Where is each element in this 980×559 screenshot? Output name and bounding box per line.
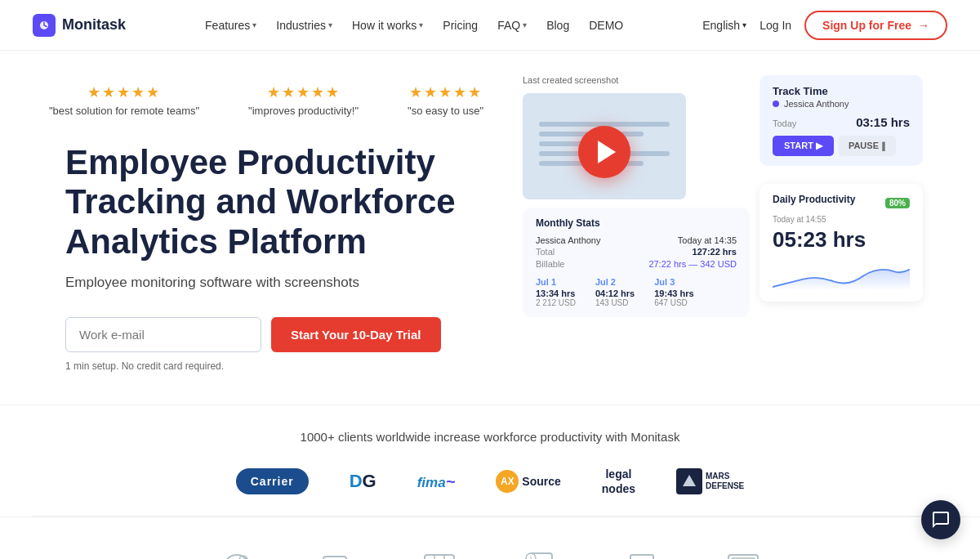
- nav-features[interactable]: Features ▾: [205, 19, 256, 32]
- svg-marker-1: [683, 475, 696, 486]
- screenshot-area: [523, 93, 686, 199]
- layers-icon: [624, 550, 660, 559]
- clients-section: 1000+ clients worldwide increase workfor…: [0, 405, 980, 516]
- date-col-3: Jul 3 19:43 hrs 647 USD: [654, 277, 693, 307]
- billable-stat: Billable 27:22 hrs — 342 USD: [536, 259, 737, 269]
- nav-blog[interactable]: Blog: [546, 19, 569, 32]
- feature-grid: [421, 550, 457, 559]
- document-icon: [523, 550, 559, 559]
- fima-logo: fima~: [417, 472, 456, 491]
- productivity-chart: [773, 259, 910, 292]
- hero-note: 1 min setup. No credit card required.: [65, 360, 523, 372]
- hero-left: ★★★★★ "best solution for remote teams" ★…: [65, 83, 523, 372]
- feature-clock: [219, 550, 255, 559]
- email-input[interactable]: [65, 317, 261, 352]
- legalnodes-logo: legal nodes: [602, 467, 635, 496]
- track-buttons: START ▶ PAUSE ‖: [773, 136, 910, 156]
- pause-button[interactable]: PAUSE ‖: [839, 136, 896, 156]
- date-columns: Jul 1 13:34 hrs 2 212 USD Jul 2 04:12 hr…: [536, 277, 737, 307]
- feature-photo-search: [320, 550, 356, 559]
- track-time-panel: Track Time Jessica Anthony Today 03:15 h…: [760, 75, 923, 166]
- clients-logos: Carrier DG fima~ AX Source legal nodes M…: [33, 467, 947, 496]
- desktop-icon: [725, 550, 761, 559]
- cta-button[interactable]: Start Your 10-Day Trial: [271, 317, 441, 352]
- date-col-2: Jul 2 04:12 hrs 143 USD: [595, 277, 635, 307]
- start-button[interactable]: START ▶: [773, 136, 834, 156]
- nav-actions: English ▾ Log In Sign Up for Free →: [702, 11, 947, 40]
- jessica-label: Jessica Anthony: [536, 235, 601, 245]
- screenshot-label: Last created screenshot: [523, 75, 750, 85]
- clock-icon: [219, 550, 255, 559]
- login-link[interactable]: Log In: [760, 19, 791, 32]
- today-time: Today at 14:35: [678, 235, 737, 245]
- prod-user-time: Today at 14:55: [773, 215, 910, 224]
- reviews-row: ★★★★★ "best solution for remote teams" ★…: [49, 83, 523, 117]
- nav-how-it-works[interactable]: How it works ▾: [352, 19, 423, 32]
- hero-section: ★★★★★ "best solution for remote teams" ★…: [0, 51, 980, 396]
- nav-demo[interactable]: DEMO: [589, 19, 623, 32]
- total-stat: Total 127:22 hrs: [536, 247, 737, 257]
- feature-desktop: [725, 550, 761, 559]
- stars-1: ★★★★★: [87, 83, 161, 101]
- grid-icon: [421, 550, 457, 559]
- svg-rect-17: [630, 555, 653, 559]
- review-2: ★★★★★ "improves productivity!": [248, 83, 359, 117]
- nav-links: Features ▾ Industries ▾ How it works ▾ P…: [205, 19, 623, 32]
- review-1: ★★★★★ "best solution for remote teams": [49, 83, 199, 117]
- feature-document: [523, 550, 559, 559]
- monthly-title: Monthly Stats: [536, 217, 737, 229]
- signup-button[interactable]: Sign Up for Free →: [804, 11, 947, 40]
- productivity-panel: Daily Productivity 80% Today at 14:55 05…: [760, 184, 923, 302]
- hero-subtitle: Employee monitoring software with screen…: [65, 275, 523, 291]
- review-text-2: "improves productivity!": [248, 105, 359, 117]
- hero-dashboard: Last created screenshot Monthly Sta: [523, 75, 915, 317]
- date-col-1: Jul 1 13:34 hrs 2 212 USD: [536, 277, 576, 307]
- review-text-3: "so easy to use": [408, 105, 483, 117]
- carrier-logo: Carrier: [236, 468, 309, 494]
- nav-industries[interactable]: Industries ▾: [276, 19, 332, 32]
- logo-link[interactable]: Monitask: [33, 14, 126, 37]
- photo-search-icon: [320, 550, 356, 559]
- stars-2: ★★★★★: [267, 83, 341, 101]
- stars-3: ★★★★★: [409, 83, 483, 101]
- logo-text: Monitask: [62, 16, 126, 34]
- mars-logo: MARSDEFENSE: [676, 468, 744, 494]
- hero-form: Start Your 10-Day Trial: [65, 317, 523, 352]
- features-icons-row: [0, 517, 980, 559]
- clients-text: 1000+ clients worldwide increase workfor…: [33, 430, 947, 444]
- nav-pricing[interactable]: Pricing: [443, 19, 478, 32]
- svg-rect-6: [425, 555, 454, 559]
- track-user: Jessica Anthony: [773, 99, 910, 109]
- nav-faq[interactable]: FAQ ▾: [497, 19, 527, 32]
- navbar: Monitask Features ▾ Industries ▾ How it …: [0, 0, 980, 51]
- feature-layers: [624, 550, 660, 559]
- language-selector[interactable]: English ▾: [702, 19, 746, 32]
- hero-title: Employee Productivity Tracking and Workf…: [65, 143, 523, 262]
- chat-widget[interactable]: [921, 500, 960, 539]
- monthly-stats-panel: Monthly Stats Jessica Anthony Today at 1…: [523, 208, 750, 317]
- review-3: ★★★★★ "so easy to use": [408, 83, 483, 117]
- axsource-logo: AX Source: [496, 470, 560, 493]
- review-text-1: "best solution for remote teams": [49, 105, 199, 117]
- play-button[interactable]: [578, 126, 630, 178]
- logo-icon: [33, 14, 56, 37]
- arrow-icon: →: [918, 19, 929, 32]
- dg-logo: DG: [350, 471, 376, 492]
